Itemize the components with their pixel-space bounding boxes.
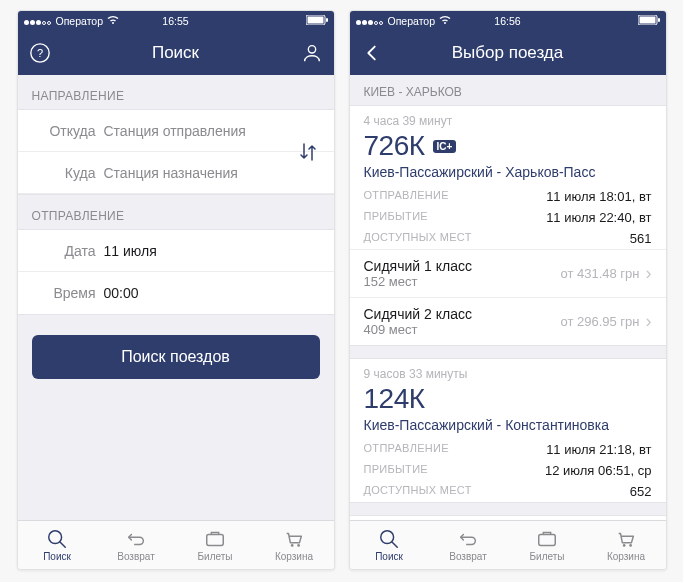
svg-line-15	[392, 542, 398, 548]
train-duration: 4 часа 39 минут	[364, 114, 652, 128]
ticket-icon	[203, 528, 227, 550]
train-route: Киев-Пассажирский - Константиновка	[364, 417, 652, 433]
search-trains-button[interactable]: Поиск поездов	[32, 335, 320, 379]
class-name: Сидячий 2 класс	[364, 306, 472, 322]
tab-cart[interactable]: Корзина	[587, 521, 666, 569]
kv-value: 11 июля 22:40, вт	[546, 210, 651, 225]
status-time: 16:56	[356, 15, 660, 27]
train-card: 4 часа 39 минут726КІС+Киев-Пассажирский …	[350, 105, 666, 346]
svg-point-17	[623, 544, 626, 547]
class-seats: 152 мест	[364, 274, 472, 289]
train-duration: 9 часов 33 минуты	[364, 367, 652, 381]
back-button[interactable]	[350, 31, 394, 75]
search-icon	[45, 528, 69, 550]
tab-bar: Поиск Возврат Билеты Корзина	[350, 520, 666, 569]
tab-search-label: Поиск	[43, 551, 71, 562]
header-title: Поиск	[152, 43, 199, 63]
kv-value: 561	[630, 231, 652, 246]
phone-search: Оператор 16:55 ? Поиск НАПРАВЛЕНИЕ От	[17, 10, 335, 570]
departure-card: Дата 11 июля Время 00:00	[18, 229, 334, 315]
svg-point-9	[291, 544, 294, 547]
date-label: Дата	[32, 243, 104, 259]
kv-label: ДОСТУПНЫХ МЕСТ	[364, 231, 472, 246]
tab-tickets[interactable]: Билеты	[176, 521, 255, 569]
cart-icon	[282, 528, 306, 550]
header: Выбор поезда	[350, 31, 666, 75]
header-title: Выбор поезда	[452, 43, 563, 63]
from-row[interactable]: Откуда Станция отправления	[18, 110, 334, 152]
kv-value: 12 июля 06:51, ср	[545, 463, 652, 478]
time-row[interactable]: Время 00:00	[18, 272, 334, 314]
train-route: Киев-Пассажирский - Харьков-Пасс	[364, 164, 652, 180]
tab-tickets-label: Билеты	[198, 551, 233, 562]
kv-value: 11 июля 21:18, вт	[546, 442, 651, 457]
direction-section-label: НАПРАВЛЕНИЕ	[18, 75, 334, 109]
content[interactable]: КИЕВ - ХАРЬКОВ 4 часа 39 минут726КІС+Кие…	[350, 75, 666, 520]
tab-bar: Поиск Возврат Билеты Корзина	[18, 520, 334, 569]
to-placeholder: Станция назначения	[104, 165, 320, 181]
content: НАПРАВЛЕНИЕ Откуда Станция отправления К…	[18, 75, 334, 520]
train-card: 9 часов 33 минуты124ККиев-Пассажирский -…	[350, 358, 666, 503]
svg-line-7	[60, 542, 66, 548]
kv-label: ОТПРАВЛЕНИЕ	[364, 442, 449, 457]
departure-section-label: ОТПРАВЛЕНИЕ	[18, 195, 334, 229]
class-price: от 296.95 грн	[560, 314, 639, 329]
svg-point-18	[629, 544, 632, 547]
svg-point-5	[308, 46, 315, 53]
date-row[interactable]: Дата 11 июля	[18, 230, 334, 272]
class-price: от 431.48 грн	[560, 266, 639, 281]
tab-return-label: Возврат	[449, 551, 487, 562]
class-row[interactable]: Сидячий 1 класс152 местот 431.48 грн›	[350, 249, 666, 297]
kv-label: ОТПРАВЛЕНИЕ	[364, 189, 449, 204]
status-time: 16:55	[24, 15, 328, 27]
ticket-icon	[535, 528, 559, 550]
svg-rect-16	[539, 534, 556, 545]
svg-point-10	[297, 544, 300, 547]
kv-label: ПРИБЫТИЕ	[364, 210, 428, 225]
search-icon	[377, 528, 401, 550]
svg-text:?: ?	[36, 47, 42, 59]
tab-tickets-label: Билеты	[530, 551, 565, 562]
tab-cart-label: Корзина	[607, 551, 645, 562]
time-value: 00:00	[104, 285, 320, 301]
status-bar: Оператор 16:56	[350, 11, 666, 31]
return-icon	[124, 528, 148, 550]
tab-cart-label: Корзина	[275, 551, 313, 562]
swap-button[interactable]	[294, 138, 322, 166]
class-row[interactable]: Сидячий 2 класс409 местот 296.95 грн›	[350, 297, 666, 345]
tab-search[interactable]: Поиск	[350, 521, 429, 569]
swap-vertical-icon	[298, 140, 318, 164]
tab-tickets[interactable]: Билеты	[508, 521, 587, 569]
chevron-right-icon: ›	[646, 263, 652, 284]
status-bar: Оператор 16:55	[18, 11, 334, 31]
from-label: Откуда	[32, 123, 104, 139]
route-subtitle: КИЕВ - ХАРЬКОВ	[350, 75, 666, 105]
direction-card: Откуда Станция отправления Куда Станция …	[18, 109, 334, 195]
chevron-left-icon	[361, 42, 383, 64]
tab-cart[interactable]: Корзина	[255, 521, 334, 569]
train-number: 726К	[364, 130, 425, 162]
help-circle-icon: ?	[29, 42, 51, 64]
time-label: Время	[32, 285, 104, 301]
header: ? Поиск	[18, 31, 334, 75]
kv-label: ДОСТУПНЫХ МЕСТ	[364, 484, 472, 499]
profile-button[interactable]	[290, 31, 334, 75]
class-seats: 409 мест	[364, 322, 472, 337]
return-icon	[456, 528, 480, 550]
to-row[interactable]: Куда Станция назначения	[18, 152, 334, 194]
svg-rect-8	[207, 534, 224, 545]
tab-search[interactable]: Поиск	[18, 521, 97, 569]
to-label: Куда	[32, 165, 104, 181]
date-value: 11 июля	[104, 243, 320, 259]
help-button[interactable]: ?	[18, 31, 62, 75]
kv-label: ПРИБЫТИЕ	[364, 463, 428, 478]
phone-results: Оператор 16:56 Выбор поезда КИЕВ - ХАРЬК…	[349, 10, 667, 570]
tab-return[interactable]: Возврат	[429, 521, 508, 569]
from-placeholder: Станция отправления	[104, 123, 320, 139]
class-name: Сидячий 1 класс	[364, 258, 472, 274]
tab-return[interactable]: Возврат	[97, 521, 176, 569]
chevron-right-icon: ›	[646, 311, 652, 332]
kv-value: 652	[630, 484, 652, 499]
cart-icon	[614, 528, 638, 550]
train-number: 124К	[364, 383, 425, 415]
